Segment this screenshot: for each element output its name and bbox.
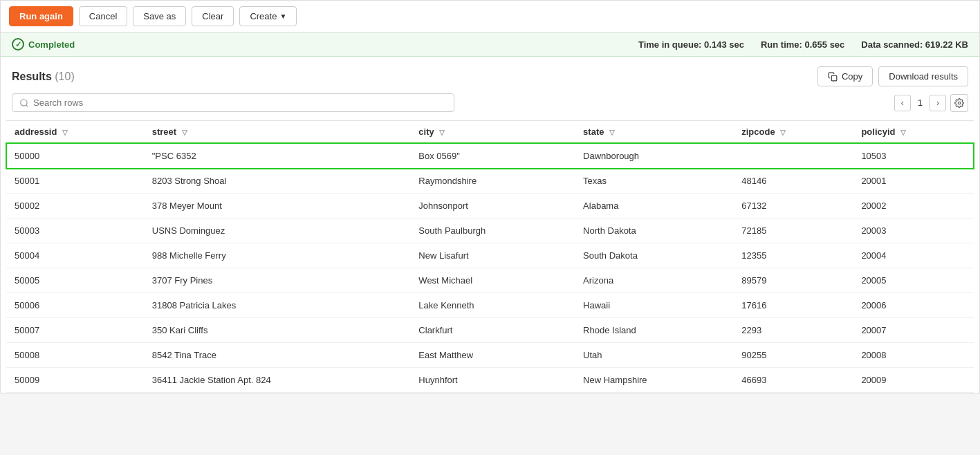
copy-label: Copy	[842, 71, 862, 82]
table-row[interactable]: 500018203 Strong ShoalRaymondshireTexas4…	[6, 169, 974, 194]
cell-policyid: 20005	[853, 268, 974, 293]
prev-page-button[interactable]: ‹	[894, 95, 911, 111]
cell-policyid: 20004	[853, 243, 974, 268]
sort-icon-city: ▽	[439, 129, 445, 136]
cell-zipcode: 67132	[733, 194, 853, 219]
cell-addressid: 50001	[6, 169, 144, 194]
time-in-queue-value: 0.143 sec	[704, 39, 744, 50]
col-header-zipcode[interactable]: zipcode ▽	[733, 121, 853, 144]
data-scanned-value: 619.22 KB	[925, 39, 968, 50]
cell-policyid: 20009	[853, 368, 974, 393]
table-row[interactable]: 5000631808 Patricia LakesLake KennethHaw…	[6, 293, 974, 318]
cell-policyid: 10503	[853, 143, 974, 169]
svg-rect-0	[831, 75, 837, 81]
cell-city: Clarkfurt	[410, 318, 575, 343]
data-scanned-metric: Data scanned: 619.22 KB	[861, 39, 968, 50]
results-table-wrapper: addressid ▽ street ▽ city ▽ state ▽ zipc…	[1, 120, 979, 393]
table-row[interactable]: 50003USNS DominguezSouth PaulburghNorth …	[6, 219, 974, 243]
cell-addressid: 50008	[6, 343, 144, 368]
cell-addressid: 50003	[6, 219, 144, 243]
time-in-queue-label: Time in queue:	[638, 39, 702, 50]
cell-zipcode: 72185	[733, 219, 853, 243]
cell-addressid: 50005	[6, 268, 144, 293]
run-time-label: Run time:	[761, 39, 802, 50]
table-row[interactable]: 500088542 Tina TraceEast MatthewUtah9025…	[6, 343, 974, 368]
cell-policyid: 20003	[853, 219, 974, 243]
copy-button[interactable]: Copy	[817, 66, 873, 86]
table-row[interactable]: 500053707 Fry PinesWest MichaelArizona89…	[6, 268, 974, 293]
cell-city: Huynhfort	[410, 368, 575, 393]
col-header-addressid[interactable]: addressid ▽	[6, 121, 144, 144]
copy-icon	[828, 72, 838, 82]
cell-addressid: 50004	[6, 243, 144, 268]
cell-state: North Dakota	[575, 219, 733, 243]
settings-button[interactable]	[950, 94, 968, 112]
sort-icon-street: ▽	[182, 129, 187, 136]
page-number: 1	[915, 98, 925, 108]
cell-zipcode: 90255	[733, 343, 853, 368]
cell-policyid: 20006	[853, 293, 974, 318]
toolbar: Run again Cancel Save as Clear Create ▼	[1, 1, 979, 32]
check-icon: ✓	[12, 38, 24, 50]
cell-street: 988 Michelle Ferry	[144, 243, 411, 268]
results-title-text: Results	[12, 71, 52, 82]
results-header: Results (10) Copy Download results	[1, 57, 979, 93]
cancel-button[interactable]: Cancel	[79, 6, 127, 26]
download-results-button[interactable]: Download results	[878, 66, 968, 86]
search-box	[12, 93, 454, 112]
table-row[interactable]: 50000"PSC 6352Box 0569"Dawnborough10503	[6, 143, 974, 169]
svg-point-2	[958, 102, 961, 104]
cell-policyid: 20008	[853, 343, 974, 368]
cell-addressid: 50009	[6, 368, 144, 393]
table-row[interactable]: 50002378 Meyer MountJohnsonportAlabama67…	[6, 194, 974, 219]
table-row[interactable]: 50007350 Kari CliffsClarkfurtRhode Islan…	[6, 318, 974, 343]
save-as-button[interactable]: Save as	[133, 6, 186, 26]
cell-zipcode: 89579	[733, 268, 853, 293]
cell-street: 378 Meyer Mount	[144, 194, 411, 219]
results-title: Results (10)	[12, 71, 75, 83]
cell-city: East Matthew	[410, 343, 575, 368]
col-header-street[interactable]: street ▽	[144, 121, 411, 144]
search-input[interactable]	[33, 98, 447, 108]
cell-street: 8203 Strong Shoal	[144, 169, 411, 194]
col-header-state[interactable]: state ▽	[575, 121, 733, 144]
sort-icon-state: ▽	[609, 129, 615, 136]
cell-policyid: 20001	[853, 169, 974, 194]
cell-city: Johnsonport	[410, 194, 575, 219]
gear-icon	[954, 98, 964, 108]
cell-policyid: 20002	[853, 194, 974, 219]
sort-icon-zipcode: ▽	[780, 129, 786, 136]
clear-button[interactable]: Clear	[192, 6, 234, 26]
cell-city: West Michael	[410, 268, 575, 293]
cell-state: Dawnborough	[575, 143, 733, 169]
cell-street: 350 Kari Cliffs	[144, 318, 411, 343]
pagination-controls: ‹ 1 ›	[894, 94, 968, 112]
col-header-city[interactable]: city ▽	[410, 121, 575, 144]
cell-street: 3707 Fry Pines	[144, 268, 411, 293]
time-in-queue-metric: Time in queue: 0.143 sec	[638, 39, 744, 50]
cell-street: 8542 Tina Trace	[144, 343, 411, 368]
table-row[interactable]: 50004988 Michelle FerryNew LisafurtSouth…	[6, 243, 974, 268]
cell-state: Hawaii	[575, 293, 733, 318]
cell-zipcode: 46693	[733, 368, 853, 393]
cell-zipcode: 12355	[733, 243, 853, 268]
cell-zipcode: 17616	[733, 293, 853, 318]
status-metrics: Time in queue: 0.143 sec Run time: 0.655…	[638, 39, 968, 50]
col-header-policyid[interactable]: policyid ▽	[853, 121, 974, 144]
run-again-button[interactable]: Run again	[9, 6, 73, 26]
cell-city: New Lisafurt	[410, 243, 575, 268]
cell-state: Utah	[575, 343, 733, 368]
cell-addressid: 50002	[6, 194, 144, 219]
results-table: addressid ▽ street ▽ city ▽ state ▽ zipc…	[6, 120, 974, 393]
cell-street: "PSC 6352	[144, 143, 411, 169]
chevron-down-icon: ▼	[279, 12, 286, 20]
results-count: (10)	[55, 71, 74, 82]
create-button[interactable]: Create ▼	[239, 6, 297, 26]
cell-state: New Hampshire	[575, 368, 733, 393]
next-page-button[interactable]: ›	[930, 95, 946, 111]
cell-addressid: 50006	[6, 293, 144, 318]
search-icon	[19, 98, 29, 108]
run-time-metric: Run time: 0.655 sec	[761, 39, 844, 50]
table-row[interactable]: 5000936411 Jackie Station Apt. 824Huynhf…	[6, 368, 974, 393]
cell-state: Texas	[575, 169, 733, 194]
